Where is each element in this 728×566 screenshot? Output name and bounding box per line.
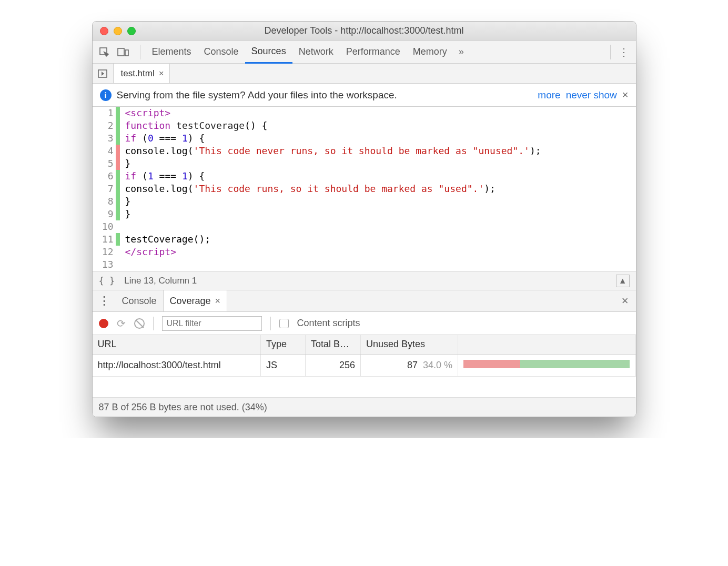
cell-url: http://localhost:3000/test.html: [93, 354, 261, 376]
workspace-infobar: i Serving from the file system? Add your…: [93, 84, 636, 107]
line-number[interactable]: 12: [93, 246, 114, 258]
col-bar[interactable]: [458, 335, 636, 354]
coverage-gutter: [116, 258, 120, 271]
code-text: [122, 220, 636, 233]
coverage-gutter: [116, 208, 120, 220]
coverage-gutter: [116, 220, 120, 233]
tab-elements[interactable]: Elements: [146, 41, 198, 64]
cell-total: 256: [306, 354, 361, 376]
content-scripts-checkbox[interactable]: [279, 319, 289, 328]
tab-performance[interactable]: Performance: [340, 41, 407, 64]
device-toggle-icon[interactable]: [116, 45, 130, 59]
line-number[interactable]: 10: [93, 220, 114, 233]
line-number[interactable]: 11: [93, 233, 114, 246]
drawer-tab-coverage[interactable]: Coverage×: [163, 290, 228, 311]
drawer-tab-console[interactable]: Console: [116, 290, 163, 311]
close-icon[interactable]: ×: [159, 68, 164, 79]
record-button[interactable]: [99, 319, 108, 328]
infobar-text: Serving from the file system? Add your f…: [117, 89, 397, 101]
separator: [610, 45, 611, 59]
line-number[interactable]: 4: [93, 145, 114, 157]
coverage-gutter: [116, 183, 120, 195]
cell-bar: [458, 354, 636, 376]
code-line: 11 testCoverage();: [93, 233, 636, 246]
coverage-gutter: [116, 145, 120, 157]
file-tab-name: test.html: [121, 68, 155, 79]
svg-rect-1: [118, 48, 124, 56]
settings-menu-icon[interactable]: ⋮: [616, 46, 632, 58]
code-text: if (0 === 1) {: [122, 132, 636, 145]
separator: [270, 317, 271, 330]
clear-icon[interactable]: [134, 318, 145, 329]
code-text: console.log('This code never runs, so it…: [122, 145, 636, 157]
code-line: 7 console.log('This code runs, so it sho…: [93, 183, 636, 195]
code-text: }: [122, 157, 636, 170]
tab-console[interactable]: Console: [198, 41, 245, 64]
tab-network[interactable]: Network: [292, 41, 340, 64]
reload-icon[interactable]: ⟳: [117, 317, 126, 330]
line-number[interactable]: 6: [93, 170, 114, 183]
line-number[interactable]: 8: [93, 195, 114, 208]
coverage-summary: 87 B of 256 B bytes are not used. (34%): [99, 402, 267, 413]
file-tab[interactable]: test.html ×: [114, 64, 170, 83]
pretty-print-icon[interactable]: { }: [99, 276, 115, 286]
coverage-gutter: [116, 107, 120, 119]
titlebar: Developer Tools - http://localhost:3000/…: [93, 22, 636, 41]
navigator-toggle-icon[interactable]: [93, 64, 114, 83]
col-type[interactable]: Type: [261, 335, 306, 354]
code-text: </script>: [122, 246, 636, 258]
col-total[interactable]: Total B…: [306, 335, 361, 354]
devtools-window: Developer Tools - http://localhost:3000/…: [92, 21, 636, 417]
close-drawer-icon[interactable]: ×: [614, 294, 636, 308]
infobar-more-link[interactable]: more: [538, 89, 560, 101]
separator: [153, 317, 154, 330]
tab-sources[interactable]: Sources: [245, 41, 292, 64]
code-line: 8 }: [93, 195, 636, 208]
close-icon[interactable]: ×: [622, 89, 629, 101]
coverage-gutter: [116, 233, 120, 246]
close-icon[interactable]: ×: [215, 296, 221, 307]
main-tabstrip: ElementsConsoleSourcesNetworkPerformance…: [93, 41, 636, 64]
col-unused[interactable]: Unused Bytes: [361, 335, 458, 354]
code-editor[interactable]: 1<script>2 function testCoverage() {3 if…: [93, 107, 636, 271]
code-line: 3 if (0 === 1) {: [93, 132, 636, 145]
editor-statusbar: { } Line 13, Column 1 ▲: [93, 271, 636, 290]
toggle-panel-icon[interactable]: ▲: [616, 275, 630, 287]
table-row[interactable]: http://localhost:3000/test.html JS 256 8…: [93, 354, 636, 376]
line-number[interactable]: 7: [93, 183, 114, 195]
coverage-gutter: [116, 132, 120, 145]
cell-type: JS: [261, 354, 306, 376]
window-title: Developer Tools - http://localhost:3000/…: [93, 25, 636, 36]
code-line: 12</script>: [93, 246, 636, 258]
code-line: 6 if (1 === 1) {: [93, 170, 636, 183]
line-number[interactable]: 3: [93, 132, 114, 145]
inspect-icon[interactable]: [97, 45, 112, 59]
coverage-gutter: [116, 170, 120, 183]
code-text: function testCoverage() {: [122, 119, 636, 132]
cursor-position: Line 13, Column 1: [124, 276, 197, 286]
col-url[interactable]: URL: [93, 335, 261, 354]
line-number[interactable]: 2: [93, 119, 114, 132]
code-text: if (1 === 1) {: [122, 170, 636, 183]
url-filter-input[interactable]: [162, 316, 262, 331]
coverage-gutter: [116, 246, 120, 258]
code-text: [122, 258, 636, 271]
tab-memory[interactable]: Memory: [407, 41, 453, 64]
more-tabs-icon[interactable]: »: [453, 46, 469, 57]
drawer-tabstrip: ⋮ ConsoleCoverage× ×: [93, 290, 636, 312]
coverage-gutter: [116, 119, 120, 132]
coverage-toolbar: ⟳ Content scripts: [93, 312, 636, 335]
file-tabbar: test.html ×: [93, 64, 636, 84]
infobar-nevershow-link[interactable]: never show: [566, 89, 617, 101]
drawer-menu-icon[interactable]: ⋮: [93, 294, 116, 308]
coverage-bar: [463, 360, 630, 368]
line-number[interactable]: 1: [93, 107, 114, 119]
line-number[interactable]: 9: [93, 208, 114, 220]
code-line: 4 console.log('This code never runs, so …: [93, 145, 636, 157]
code-text: }: [122, 208, 636, 220]
code-line: 2 function testCoverage() {: [93, 119, 636, 132]
coverage-table: URL Type Total B… Unused Bytes http://lo…: [93, 335, 636, 398]
line-number[interactable]: 5: [93, 157, 114, 170]
coverage-gutter: [116, 195, 120, 208]
line-number[interactable]: 13: [93, 258, 114, 271]
